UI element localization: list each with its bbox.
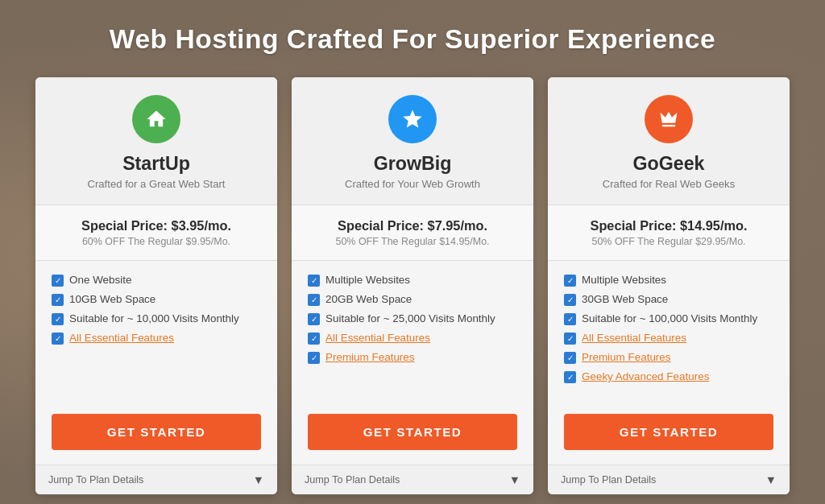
plan-name-startup: StartUp [52, 153, 261, 175]
feature-checkbox [308, 313, 320, 325]
plan-tagline-startup: Crafted for a Great Web Start [52, 178, 261, 190]
plan-features-startup: One Website 10GB Web Space Suitable for … [35, 261, 277, 403]
plan-icon-gogeek [645, 95, 693, 143]
plan-icon-startup [132, 95, 180, 143]
get-started-button-startup[interactable]: GET STARTED [52, 414, 261, 450]
feature-link-growbig-4[interactable]: Premium Features [325, 351, 415, 363]
feature-item: Geeky Advanced Features [564, 370, 773, 383]
jump-arrow-icon-startup: ▼ [253, 473, 264, 486]
feature-item: One Website [52, 274, 261, 287]
plan-features-gogeek: Multiple Websites 30GB Web Space Suitabl… [548, 261, 790, 403]
feature-checkbox [564, 352, 576, 364]
plan-special-price-growbig: Special Price: $7.95/mo. [308, 218, 517, 233]
feature-text: 10GB Web Space [69, 293, 155, 305]
feature-checkbox [52, 333, 64, 345]
feature-checkbox [52, 313, 64, 325]
plan-regular-price-startup: 60% OFF The Regular $9.95/Mo. [52, 236, 261, 247]
feature-checkbox [564, 371, 576, 383]
plan-tagline-gogeek: Crafted for Real Web Geeks [564, 178, 773, 190]
feature-text: Suitable for ~ 100,000 Visits Monthly [582, 312, 757, 324]
feature-link-gogeek-3[interactable]: All Essential Features [582, 332, 686, 344]
feature-item: All Essential Features [308, 332, 517, 345]
plan-pricing-startup: Special Price: $3.95/mo. 60% OFF The Reg… [35, 205, 277, 261]
feature-item: 10GB Web Space [52, 293, 261, 306]
plan-name-growbig: GrowBig [308, 153, 517, 175]
plan-card-startup: StartUp Crafted for a Great Web Start Sp… [35, 77, 277, 494]
plan-features-growbig: Multiple Websites 20GB Web Space Suitabl… [292, 261, 533, 403]
jump-arrow-icon-growbig: ▼ [509, 473, 520, 486]
plan-footer-growbig[interactable]: Jump To Plan Details ▼ [292, 465, 533, 494]
feature-checkbox [564, 275, 576, 287]
plan-cta-startup: GET STARTED [35, 403, 277, 465]
feature-item: Suitable for ~ 100,000 Visits Monthly [564, 312, 773, 325]
jump-arrow-icon-gogeek: ▼ [765, 473, 777, 486]
plan-header-growbig: GrowBig Crafted for Your Web Growth [292, 77, 533, 205]
page-title: Web Hosting Crafted For Superior Experie… [110, 24, 715, 55]
feature-text: Suitable for ~ 10,000 Visits Monthly [69, 312, 239, 324]
plan-header-gogeek: GoGeek Crafted for Real Web Geeks [548, 77, 790, 205]
plan-name-gogeek: GoGeek [564, 153, 773, 175]
feature-checkbox [308, 333, 320, 345]
plan-card-gogeek: GoGeek Crafted for Real Web Geeks Specia… [548, 77, 790, 494]
plan-cta-growbig: GET STARTED [292, 403, 533, 465]
feature-checkbox [564, 294, 576, 306]
feature-checkbox [308, 352, 320, 364]
plan-regular-price-gogeek: 50% OFF The Regular $29.95/Mo. [564, 236, 773, 247]
plan-tagline-growbig: Crafted for Your Web Growth [308, 178, 517, 190]
feature-checkbox [564, 313, 576, 325]
feature-link-gogeek-5[interactable]: Geeky Advanced Features [582, 370, 709, 382]
plan-icon-growbig [388, 95, 437, 143]
jump-label-growbig: Jump To Plan Details [305, 474, 400, 485]
feature-item: All Essential Features [564, 332, 773, 345]
feature-item: Suitable for ~ 10,000 Visits Monthly [52, 312, 261, 325]
feature-checkbox [308, 275, 320, 287]
feature-text: Multiple Websites [325, 274, 410, 286]
feature-item: Premium Features [308, 351, 517, 364]
feature-link-startup-3[interactable]: All Essential Features [69, 332, 174, 344]
plan-footer-gogeek[interactable]: Jump To Plan Details ▼ [548, 465, 790, 494]
feature-text: 30GB Web Space [582, 293, 668, 305]
plan-cta-gogeek: GET STARTED [548, 403, 790, 465]
feature-item: All Essential Features [52, 332, 261, 345]
feature-checkbox [308, 294, 320, 306]
get-started-button-growbig[interactable]: GET STARTED [308, 414, 517, 450]
plan-pricing-gogeek: Special Price: $14.95/mo. 50% OFF The Re… [548, 205, 790, 261]
feature-text: One Website [69, 274, 131, 286]
plan-pricing-growbig: Special Price: $7.95/mo. 50% OFF The Reg… [292, 205, 533, 261]
feature-link-gogeek-4[interactable]: Premium Features [582, 351, 671, 363]
plan-regular-price-growbig: 50% OFF The Regular $14.95/Mo. [308, 236, 517, 247]
feature-item: 30GB Web Space [564, 293, 773, 306]
feature-text: 20GB Web Space [325, 293, 412, 305]
jump-label-startup: Jump To Plan Details [48, 474, 143, 485]
feature-item: Premium Features [564, 351, 773, 364]
plan-card-growbig: GrowBig Crafted for Your Web Growth Spec… [292, 77, 533, 494]
plan-special-price-startup: Special Price: $3.95/mo. [52, 218, 261, 233]
feature-item: Multiple Websites [308, 274, 517, 287]
feature-checkbox [52, 294, 64, 306]
jump-label-gogeek: Jump To Plan Details [561, 474, 656, 485]
feature-text: Multiple Websites [582, 274, 666, 286]
feature-checkbox [564, 333, 576, 345]
feature-item: 20GB Web Space [308, 293, 517, 306]
get-started-button-gogeek[interactable]: GET STARTED [564, 414, 773, 450]
feature-item: Multiple Websites [564, 274, 773, 287]
feature-checkbox [52, 275, 64, 287]
feature-item: Suitable for ~ 25,000 Visits Monthly [308, 312, 517, 325]
plan-header-startup: StartUp Crafted for a Great Web Start [35, 77, 277, 205]
feature-text: Suitable for ~ 25,000 Visits Monthly [325, 312, 495, 324]
plans-container: StartUp Crafted for a Great Web Start Sp… [26, 77, 799, 494]
plan-footer-startup[interactable]: Jump To Plan Details ▼ [35, 465, 277, 494]
plan-special-price-gogeek: Special Price: $14.95/mo. [564, 218, 773, 233]
feature-link-growbig-3[interactable]: All Essential Features [325, 332, 430, 344]
